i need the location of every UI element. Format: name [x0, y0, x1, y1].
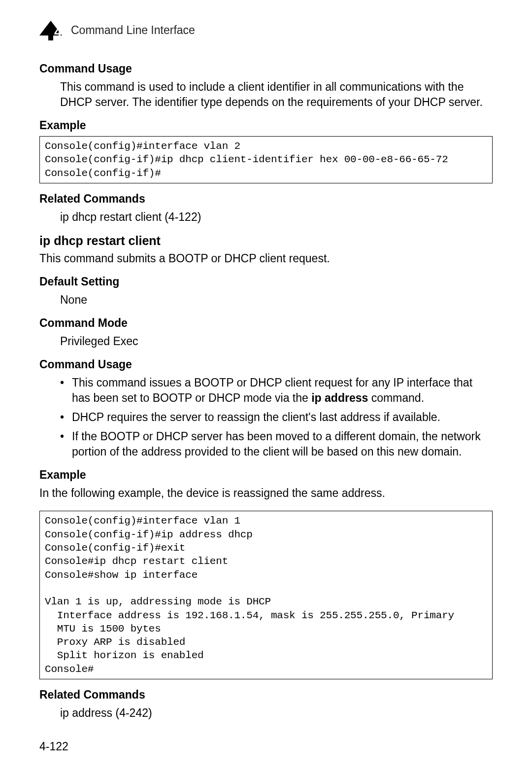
heading-default-setting: Default Setting — [39, 275, 493, 288]
command-title: ip dhcp restart client — [39, 234, 493, 248]
body-default-setting: None — [39, 292, 493, 308]
heading-related-commands-1: Related Commands — [39, 192, 493, 206]
heading-example-1: Example — [39, 119, 493, 132]
code-block-1: Console(config)#interface vlan 2 Console… — [39, 136, 493, 183]
command-description: This command submits a BOOTP or DHCP cli… — [39, 251, 493, 266]
list-item: DHCP requires the server to reassign the… — [60, 410, 493, 425]
header-title: Command Line Interface — [71, 24, 195, 37]
section-example-1: Example Console(config)#interface vlan 2… — [39, 119, 493, 183]
section-command-usage-1: Command Usage This command is used to in… — [39, 62, 493, 110]
section-default-setting: Default Setting None — [39, 275, 493, 308]
body-command-usage: This command is used to include a client… — [39, 79, 493, 110]
section-example-2: Example In the following example, the de… — [39, 468, 493, 679]
bullet-1-bold: ip address — [311, 391, 368, 404]
chapter-number-text: 4 — [54, 24, 62, 39]
page-number: 4-122 — [39, 740, 68, 753]
section-related-commands-2: Related Commands ip address (4-242) — [39, 688, 493, 721]
list-item: If the BOOTP or DHCP server has been mov… — [60, 429, 493, 459]
section-command-mode: Command Mode Privileged Exec — [39, 317, 493, 349]
heading-related-commands-2: Related Commands — [39, 688, 493, 702]
code-block-2: Console(config)#interface vlan 1 Console… — [39, 511, 493, 679]
body-related-commands-1: ip dhcp restart client (4-122) — [39, 210, 493, 225]
section-related-commands-1: Related Commands ip dhcp restart client … — [39, 192, 493, 225]
list-item: This command issues a BOOTP or DHCP clie… — [60, 375, 493, 406]
heading-example-2: Example — [39, 468, 493, 482]
section-command-usage-2: Command Usage This command issues a BOOT… — [39, 358, 493, 459]
example-2-intro: In the following example, the device is … — [39, 486, 493, 501]
bullet-1-post: command. — [368, 391, 424, 404]
heading-command-usage-2: Command Usage — [39, 358, 493, 371]
bullet-list: This command issues a BOOTP or DHCP clie… — [39, 375, 493, 459]
heading-command-usage: Command Usage — [39, 62, 493, 75]
body-command-mode: Privileged Exec — [39, 334, 493, 349]
section-command-title: ip dhcp restart client This command subm… — [39, 234, 493, 266]
chapter-number-icon: 4 — [39, 19, 62, 41]
svg-rect-1 — [48, 34, 53, 40]
page-header: 4 Command Line Interface — [39, 19, 493, 41]
heading-command-mode: Command Mode — [39, 317, 493, 330]
body-related-commands-2: ip address (4-242) — [39, 705, 493, 721]
